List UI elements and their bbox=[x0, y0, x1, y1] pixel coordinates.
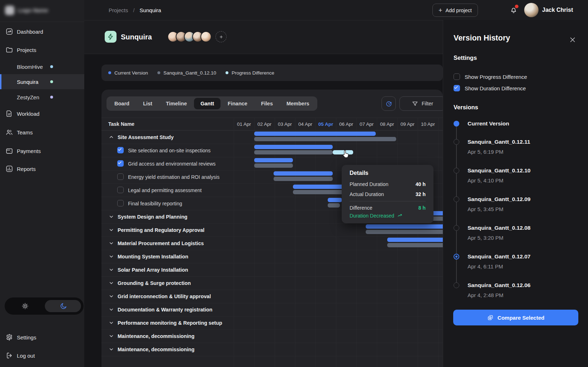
actual-bar[interactable] bbox=[254, 150, 333, 154]
user-name: Jack Christ bbox=[542, 0, 573, 20]
gantt-group-row: Documentation & Warranty registration bbox=[101, 303, 443, 316]
task-checkbox[interactable] bbox=[117, 173, 124, 180]
version-radio[interactable] bbox=[454, 225, 459, 231]
tab-timeline[interactable]: Timeline bbox=[160, 98, 194, 109]
sidebar-item-payments[interactable]: Payments bbox=[0, 143, 84, 158]
group-label: Permitting and Regulatory Approval bbox=[118, 223, 204, 237]
chevron-down-icon[interactable] bbox=[108, 240, 114, 246]
tab-list[interactable]: List bbox=[137, 98, 159, 109]
chevron-down-icon[interactable] bbox=[108, 280, 114, 286]
sidebar-item-label: Projects bbox=[17, 47, 36, 53]
app: Logo Name DashboardProjectsBloomHiveSunq… bbox=[0, 0, 588, 367]
theme-toggle[interactable] bbox=[5, 297, 84, 315]
breadcrumb-projects[interactable]: Projects bbox=[109, 7, 128, 13]
planned-bar[interactable] bbox=[366, 224, 443, 229]
sidebar-item-workload[interactable]: Workload bbox=[0, 106, 84, 121]
legend: Current VersionSanquira_Gantt_0.12.10Pro… bbox=[101, 65, 443, 81]
folder-icon bbox=[5, 46, 13, 54]
chevron-down-icon[interactable] bbox=[108, 267, 114, 273]
chevron-down-icon[interactable] bbox=[108, 214, 114, 220]
sidebar-item-logout[interactable]: Log out bbox=[0, 348, 84, 363]
selected-version-radio[interactable] bbox=[454, 254, 459, 259]
topbar: Projects / Sunquira + Add project Jack C… bbox=[84, 0, 588, 20]
close-icon[interactable] bbox=[569, 36, 577, 44]
sidebar-item-projects[interactable]: Projects bbox=[0, 42, 84, 57]
version-radio[interactable] bbox=[454, 282, 459, 288]
sidebar-item-reports[interactable]: Reports bbox=[0, 161, 84, 176]
workload-icon bbox=[5, 110, 13, 118]
version-history-button[interactable] bbox=[381, 96, 396, 111]
legend-item: Current Version bbox=[108, 70, 148, 76]
gantt-group-row: Maintenance, decommissioning bbox=[101, 343, 443, 356]
group-label: System Design and Planning bbox=[118, 210, 188, 223]
tab-finance[interactable]: Finance bbox=[221, 98, 254, 109]
checkbox-unchecked[interactable] bbox=[454, 73, 460, 80]
moon-icon[interactable] bbox=[60, 302, 67, 310]
task-label: Energy yield estimation and ROI analysis bbox=[128, 170, 219, 184]
sidebar-item-bloomhive[interactable]: BloomHive bbox=[0, 59, 84, 74]
version-radio[interactable] bbox=[454, 168, 459, 173]
member-avatar[interactable] bbox=[200, 31, 212, 42]
project-dot bbox=[50, 65, 53, 68]
planned-bar[interactable] bbox=[328, 198, 342, 202]
version-time: Apr 5, 6:19 PM bbox=[468, 149, 503, 155]
add-project-button[interactable]: + Add project bbox=[432, 4, 478, 17]
chevron-down-icon[interactable] bbox=[108, 333, 114, 339]
actual-bar[interactable] bbox=[274, 177, 333, 181]
planned-bar[interactable] bbox=[254, 132, 376, 136]
planned-bar[interactable] bbox=[274, 171, 333, 176]
chevron-down-icon[interactable] bbox=[108, 320, 114, 326]
chevron-down-icon[interactable] bbox=[108, 253, 114, 259]
planned-bar[interactable] bbox=[254, 145, 333, 149]
task-checkbox[interactable] bbox=[117, 187, 124, 193]
add-member-button[interactable] bbox=[215, 31, 227, 42]
setting-checkbox-duration[interactable]: Show Duration Difference bbox=[454, 85, 526, 91]
sidebar-item-teams[interactable]: Teams bbox=[0, 125, 84, 140]
chevron-down-icon[interactable] bbox=[108, 306, 114, 313]
actual-duration-value: 32 h bbox=[416, 191, 426, 197]
tab-gantt[interactable]: Gantt bbox=[194, 98, 220, 109]
actual-duration-label: Actual Duration bbox=[350, 191, 384, 197]
setting-checkbox-progress[interactable]: Show Progress Difference bbox=[454, 73, 527, 80]
chevron-up-icon[interactable] bbox=[108, 134, 114, 140]
task-checkbox[interactable] bbox=[117, 147, 124, 153]
logo-icon bbox=[5, 6, 14, 15]
planned-bar[interactable] bbox=[254, 158, 293, 162]
group-label: Grid interconnection & Utility approval bbox=[118, 290, 211, 303]
sidebar-item-label: Dashboard bbox=[17, 29, 43, 35]
task-checkbox[interactable] bbox=[117, 200, 124, 206]
sidebar-item-settings[interactable]: Settings bbox=[0, 330, 84, 345]
actual-bar[interactable] bbox=[366, 230, 443, 234]
tab-board[interactable]: Board bbox=[108, 98, 136, 109]
sidebar-item-dashboard[interactable]: Dashboard bbox=[0, 24, 84, 39]
sidebar-item-zestyzen[interactable]: ZestyZen bbox=[0, 90, 84, 105]
chevron-down-icon[interactable] bbox=[108, 346, 114, 352]
group-label: Material Procurement and Logistics bbox=[118, 237, 204, 250]
actual-bar[interactable] bbox=[254, 137, 396, 141]
task-checkbox[interactable] bbox=[117, 160, 124, 167]
tooltip-title: Details bbox=[350, 170, 368, 176]
version-radio[interactable] bbox=[454, 139, 459, 145]
compare-selected-button[interactable]: Compare Selected bbox=[453, 310, 578, 325]
version-name: Sanquira_Gantt_0.12.10 bbox=[468, 167, 531, 174]
user-avatar[interactable] bbox=[524, 3, 539, 17]
filter-button[interactable]: Filter bbox=[399, 96, 445, 111]
planned-bar[interactable] bbox=[387, 238, 443, 242]
sun-icon[interactable] bbox=[21, 302, 29, 310]
sidebar-item-sunquira[interactable]: Sunquira bbox=[0, 74, 84, 89]
tab-files[interactable]: Files bbox=[255, 98, 279, 109]
gantt-group-row: Mounting System Installation bbox=[101, 250, 443, 263]
current-version-dot[interactable] bbox=[454, 121, 459, 127]
checkbox-checked[interactable] bbox=[454, 85, 460, 91]
task-name-header: Task Name bbox=[108, 118, 134, 130]
planned-duration-value: 40 h bbox=[416, 181, 426, 187]
version-radio[interactable] bbox=[454, 196, 459, 202]
chevron-down-icon[interactable] bbox=[108, 227, 114, 233]
actual-bar[interactable] bbox=[254, 163, 293, 168]
actual-bar[interactable] bbox=[387, 243, 443, 247]
chevron-down-icon[interactable] bbox=[108, 293, 114, 299]
project-name: BloomHive bbox=[17, 64, 43, 70]
tab-members[interactable]: Members bbox=[280, 98, 316, 109]
actual-bar[interactable] bbox=[328, 203, 340, 208]
task-label: Site selection and on-site inspections bbox=[128, 144, 210, 157]
